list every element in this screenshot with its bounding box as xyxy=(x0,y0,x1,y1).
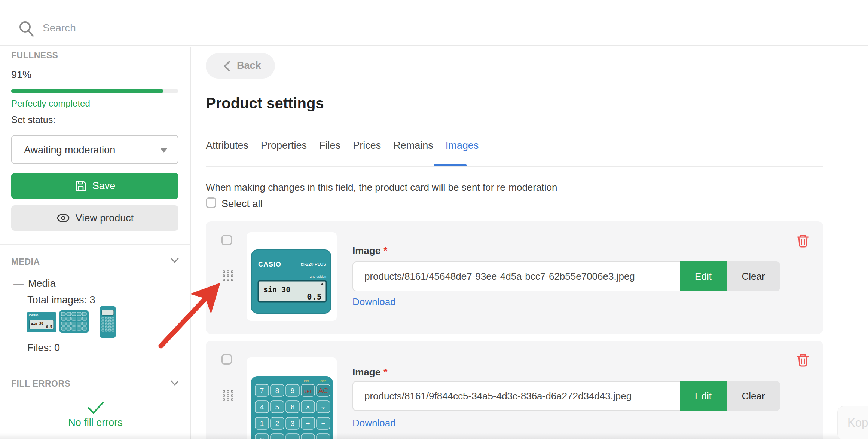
trash-icon xyxy=(795,353,811,368)
files-count: Files: 0 xyxy=(27,342,60,354)
svg-text:÷: ÷ xyxy=(321,403,325,411)
delete-image-button[interactable] xyxy=(795,353,811,368)
back-button-label: Back xyxy=(237,60,261,71)
media-thumbnails: CASIO sin 30 0.5 xyxy=(27,306,131,339)
svg-text:CASIO: CASIO xyxy=(29,314,38,317)
svg-text:0: 0 xyxy=(260,436,264,439)
drag-handle-icon[interactable] xyxy=(223,270,234,282)
svg-text:CASIO: CASIO xyxy=(258,261,281,268)
image-field-label: Image* xyxy=(352,366,387,378)
search-input[interactable] xyxy=(43,18,305,38)
svg-text:×: × xyxy=(306,403,310,411)
svg-text:8: 8 xyxy=(275,387,279,395)
download-link[interactable]: Download xyxy=(352,296,396,308)
thumbnail-calculator-portrait[interactable] xyxy=(100,306,116,338)
tab-files[interactable]: Files xyxy=(319,140,340,151)
save-button-label: Save xyxy=(92,180,116,192)
trash-icon xyxy=(795,233,811,249)
image-path-group: Edit Clear xyxy=(352,381,780,411)
svg-text:DEL: DEL xyxy=(303,389,312,394)
media-tree-label: Media xyxy=(28,278,56,289)
tree-dash: — xyxy=(13,278,24,289)
image-path-group: Edit Clear xyxy=(352,261,780,291)
svg-text:sin 30: sin 30 xyxy=(31,322,43,325)
view-product-button[interactable]: View product xyxy=(11,205,178,231)
tab-attributes[interactable]: Attributes xyxy=(206,140,248,151)
fullness-section-title: FULLNESS xyxy=(11,50,58,61)
tab-divider xyxy=(206,166,823,167)
no-fill-errors-text: No fill errors xyxy=(0,417,191,429)
svg-text:−: − xyxy=(321,420,325,427)
sidebar: FULLNESS 91% Perfectly completed Set sta… xyxy=(0,47,191,439)
fill-errors-section-title: FILL ERRORS xyxy=(11,379,70,389)
svg-text:•: • xyxy=(276,436,279,439)
required-asterisk: * xyxy=(383,366,387,378)
svg-text:0.5: 0.5 xyxy=(307,292,322,301)
status-dropdown-value: Awaiting moderation xyxy=(24,144,115,156)
svg-text:sin 30: sin 30 xyxy=(263,285,290,294)
svg-text:AC: AC xyxy=(318,387,328,395)
fullness-percent: 91% xyxy=(11,69,31,81)
delete-image-button[interactable] xyxy=(795,233,811,249)
sidebar-divider xyxy=(0,244,191,245)
save-icon xyxy=(74,179,87,192)
svg-text:2nd edition: 2nd edition xyxy=(310,275,326,279)
tab-remains[interactable]: Remains xyxy=(393,140,433,151)
download-link[interactable]: Download xyxy=(352,417,396,429)
thumbnail-calculator-front[interactable]: CASIO sin 30 0.5 xyxy=(27,312,56,332)
svg-text:5: 5 xyxy=(275,403,279,411)
sidebar-divider xyxy=(0,366,191,366)
fill-errors-collapse-chevron-icon[interactable] xyxy=(169,377,180,389)
image-field-label: Image* xyxy=(352,245,387,257)
image-row-2: OFF INS 789DELAC456×÷123+−0•×10ˣAns= Ima… xyxy=(206,341,823,439)
edit-button[interactable]: Edit xyxy=(680,261,727,291)
svg-text:3: 3 xyxy=(291,420,295,427)
back-button[interactable]: Back xyxy=(206,53,275,79)
svg-text:+: + xyxy=(306,420,310,427)
tab-prices[interactable]: Prices xyxy=(353,140,381,151)
chevron-left-icon xyxy=(223,60,231,72)
svg-text:6: 6 xyxy=(291,403,295,411)
fullness-progress-fill xyxy=(11,89,163,93)
chevron-down-icon xyxy=(161,148,167,153)
svg-text:1: 1 xyxy=(260,420,264,427)
svg-text:INS: INS xyxy=(304,380,309,383)
re-moderation-notice: When making changes in this field, the p… xyxy=(206,182,557,193)
clear-button[interactable]: Clear xyxy=(727,381,780,411)
media-collapse-chevron-icon[interactable] xyxy=(169,255,180,266)
media-tree-item[interactable]: —Media xyxy=(13,278,56,289)
media-section-title: MEDIA xyxy=(11,257,40,267)
select-all-label: Select all xyxy=(221,198,263,210)
calculator-keypad-image: OFF INS 789DELAC456×÷123+−0•×10ˣAns= xyxy=(247,357,337,439)
image-path-input[interactable] xyxy=(352,261,680,291)
fullness-progress-bar xyxy=(11,89,178,93)
thumbnail-calculator-keypad[interactable] xyxy=(59,310,89,333)
view-product-label: View product xyxy=(76,212,134,224)
copy-tooltip-partial: Kop xyxy=(837,406,868,439)
tab-images[interactable]: Images xyxy=(446,140,479,151)
svg-text:7: 7 xyxy=(260,387,264,395)
svg-text:9: 9 xyxy=(291,387,295,395)
total-images-count: Total images: 3 xyxy=(27,294,95,306)
eye-icon xyxy=(56,212,70,224)
svg-text:4: 4 xyxy=(260,403,264,411)
drag-handle-icon[interactable] xyxy=(223,390,234,401)
clear-button[interactable]: Clear xyxy=(727,261,780,291)
row-checkbox[interactable] xyxy=(221,235,232,245)
tab-properties[interactable]: Properties xyxy=(261,140,307,151)
product-image-preview[interactable]: CASIO fx-220 PLUS 2nd edition sin 30 0.5 xyxy=(247,232,337,321)
product-image-preview[interactable]: OFF INS 789DELAC456×÷123+−0•×10ˣAns= xyxy=(247,357,337,439)
svg-text:fx-220 PLUS: fx-220 PLUS xyxy=(301,262,326,267)
status-dropdown[interactable]: Awaiting moderation xyxy=(11,135,178,164)
edit-button[interactable]: Edit xyxy=(680,381,727,411)
checkmark-icon xyxy=(84,400,107,415)
image-path-input[interactable] xyxy=(352,381,680,411)
calculator-front-image: CASIO fx-220 PLUS 2nd edition sin 30 0.5 xyxy=(247,232,337,321)
select-all-checkbox[interactable] xyxy=(206,197,216,208)
row-checkbox[interactable] xyxy=(221,354,232,365)
tab-bar: Attributes Properties Files Prices Remai… xyxy=(206,140,479,151)
top-bar xyxy=(0,0,868,46)
page-title: Product settings xyxy=(206,95,324,112)
save-button[interactable]: Save xyxy=(11,173,178,199)
required-asterisk: * xyxy=(383,245,387,256)
